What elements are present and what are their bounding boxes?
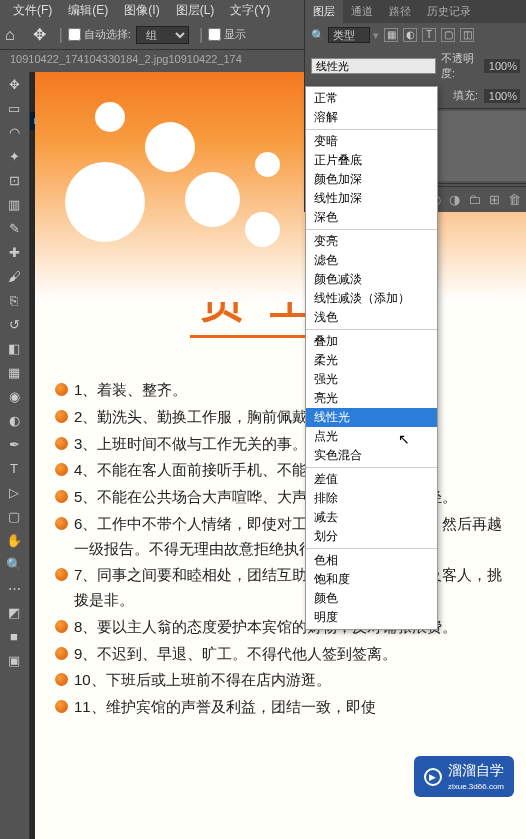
blend-mode-item[interactable]: 差值 bbox=[306, 470, 437, 489]
show-checkbox[interactable]: 显示 bbox=[208, 27, 246, 42]
blend-mode-item[interactable]: 柔光 bbox=[306, 351, 437, 370]
pen-tool[interactable]: ✒ bbox=[0, 432, 28, 456]
opacity-value[interactable] bbox=[484, 59, 520, 73]
menu-edit[interactable]: 编辑(E) bbox=[60, 2, 116, 18]
zoom-tool[interactable]: 🔍 bbox=[0, 552, 28, 576]
blend-mode-item[interactable]: 颜色 bbox=[306, 589, 437, 608]
blend-mode-item[interactable]: 浅色 bbox=[306, 308, 437, 327]
blend-mode-item[interactable]: 叠加 bbox=[306, 332, 437, 351]
blend-mode-item[interactable]: 线性加深 bbox=[306, 189, 437, 208]
filter-adjust-icon[interactable]: ◐ bbox=[403, 28, 417, 42]
list-item: 8、要以主人翁的态度爱护本宾馆的财物，反对铺张浪费。 bbox=[55, 615, 506, 640]
type-tool[interactable]: T bbox=[0, 456, 28, 480]
list-item: 6、工作中不带个人情绪，即使对工作有不满，先执行，然后再越一级报告。不得无理由故… bbox=[55, 512, 506, 562]
list-item: 5、不能在公共场合大声喧哗、大声笑、动作轻，说话轻。 bbox=[55, 485, 506, 510]
foreground-color[interactable]: ■ bbox=[0, 624, 28, 648]
filter-smart-icon[interactable]: ◫ bbox=[460, 28, 474, 42]
watermark-url: zixue.3d66.com bbox=[448, 782, 504, 791]
blend-mode-item[interactable]: 溶解 bbox=[306, 108, 437, 127]
marquee-tool[interactable]: ▭ bbox=[0, 96, 28, 120]
blend-mode-item[interactable]: 强光 bbox=[306, 370, 437, 389]
quick-mask[interactable]: ▣ bbox=[0, 648, 28, 672]
layer-filter-type[interactable] bbox=[328, 27, 370, 43]
list-item: 4、不能在客人面前接听手机、不能吃口香糖和零食。 bbox=[55, 458, 506, 483]
clone-tool[interactable]: ⎘ bbox=[0, 288, 28, 312]
blend-mode-select[interactable] bbox=[311, 58, 436, 74]
blend-mode-item[interactable]: 色相 bbox=[306, 551, 437, 570]
play-icon: ▶ bbox=[424, 768, 442, 786]
path-tool[interactable]: ▷ bbox=[0, 480, 28, 504]
blend-mode-item[interactable]: 划分 bbox=[306, 527, 437, 546]
blend-mode-item[interactable]: 颜色加深 bbox=[306, 170, 437, 189]
filter-shape-icon[interactable]: ▢ bbox=[441, 28, 455, 42]
dodge-tool[interactable]: ◐ bbox=[0, 408, 28, 432]
gradient-tool[interactable]: ▦ bbox=[0, 360, 28, 384]
list-item: 9、不迟到、早退、旷工。不得代他人签到签离。 bbox=[55, 642, 506, 667]
list-item: 10、下班后或上班前不得在店内游逛。 bbox=[55, 668, 506, 693]
move-tool-icon[interactable]: ✥ bbox=[33, 25, 46, 44]
brush-tool[interactable]: 🖌 bbox=[0, 264, 28, 288]
opacity-label: 不透明度: bbox=[441, 51, 484, 81]
blend-mode-dropdown: 正常 溶解 变暗 正片叠底 颜色加深 线性加深 深色 变亮 滤色 颜色减淡 线性… bbox=[305, 86, 438, 630]
menu-file[interactable]: 文件(F) bbox=[5, 2, 60, 18]
fill-label: 填充: bbox=[453, 88, 478, 103]
list-item: 11、维护宾馆的声誉及利益，团结一致，即使 bbox=[55, 695, 506, 720]
blend-mode-item[interactable]: 减去 bbox=[306, 508, 437, 527]
blend-mode-item[interactable]: 滤色 bbox=[306, 251, 437, 270]
menu-type[interactable]: 文字(Y) bbox=[222, 2, 278, 18]
blend-mode-item[interactable]: 亮光 bbox=[306, 389, 437, 408]
tab-channels[interactable]: 通道 bbox=[343, 0, 381, 23]
shape-tool[interactable]: ▢ bbox=[0, 504, 28, 528]
list-item: 3、上班时间不做与工作无关的事。 bbox=[55, 432, 506, 457]
home-icon[interactable]: ⌂ bbox=[5, 26, 15, 44]
blend-mode-item[interactable]: 变亮 bbox=[306, 232, 437, 251]
layer-group-icon[interactable]: 🗀 bbox=[468, 192, 481, 207]
blend-mode-item[interactable]: 明度 bbox=[306, 608, 437, 627]
list-item: 2、勤洗头、勤换工作服，胸前佩戴工作牌。 bbox=[55, 405, 506, 430]
blend-mode-item[interactable]: 变暗 bbox=[306, 132, 437, 151]
blur-tool[interactable]: ◉ bbox=[0, 384, 28, 408]
crop-tool[interactable]: ⊡ bbox=[0, 168, 28, 192]
tools-panel: ✥ ▭ ◠ ✦ ⊡ ▥ ✎ ✚ 🖌 ⎘ ↺ ◧ ▦ ◉ ◐ ✒ T ▷ ▢ ✋ … bbox=[0, 72, 30, 839]
panel-tabs: 图层 通道 路径 历史记录 bbox=[305, 0, 526, 23]
eraser-tool[interactable]: ◧ bbox=[0, 336, 28, 360]
fill-value[interactable] bbox=[484, 89, 520, 103]
blend-mode-item[interactable]: 正片叠底 bbox=[306, 151, 437, 170]
move-tool[interactable]: ✥ bbox=[0, 72, 28, 96]
color-swap[interactable]: ◩ bbox=[0, 600, 28, 624]
blend-mode-item[interactable]: 实色混合 bbox=[306, 446, 437, 465]
rules-list: 1、着装、整齐。 2、勤洗头、勤换工作服，胸前佩戴工作牌。 3、上班时间不做与工… bbox=[35, 338, 526, 732]
tab-paths[interactable]: 路径 bbox=[381, 0, 419, 23]
menu-image[interactable]: 图像(I) bbox=[116, 2, 167, 18]
blend-mode-item[interactable]: 线性减淡（添加） bbox=[306, 289, 437, 308]
lasso-tool[interactable]: ◠ bbox=[0, 120, 28, 144]
delete-layer-icon[interactable]: 🗑 bbox=[508, 192, 521, 207]
tab-history[interactable]: 历史记录 bbox=[419, 0, 479, 23]
auto-select-type[interactable]: 组 bbox=[136, 26, 189, 44]
frame-tool[interactable]: ▥ bbox=[0, 192, 28, 216]
blend-mode-item[interactable]: 颜色减淡 bbox=[306, 270, 437, 289]
document-tab[interactable]: 10910422_174104330184_2.jpg10910422_174 bbox=[10, 53, 242, 65]
history-brush-tool[interactable]: ↺ bbox=[0, 312, 28, 336]
cursor-icon: ↖ bbox=[398, 431, 410, 447]
blend-mode-item[interactable]: 深色 bbox=[306, 208, 437, 227]
watermark: ▶ 溜溜自学 zixue.3d66.com bbox=[414, 756, 514, 797]
adjustment-layer-icon[interactable]: ◑ bbox=[449, 192, 460, 207]
menu-layer[interactable]: 图层(L) bbox=[168, 2, 223, 18]
hand-tool[interactable]: ✋ bbox=[0, 528, 28, 552]
blend-mode-item[interactable]: 饱和度 bbox=[306, 570, 437, 589]
filter-type-icon[interactable]: T bbox=[422, 28, 436, 42]
blend-mode-item[interactable]: 正常 bbox=[306, 89, 437, 108]
heal-tool[interactable]: ✚ bbox=[0, 240, 28, 264]
tab-layers[interactable]: 图层 bbox=[305, 0, 343, 23]
eyedropper-tool[interactable]: ✎ bbox=[0, 216, 28, 240]
blend-mode-item[interactable]: 排除 bbox=[306, 489, 437, 508]
filter-pixel-icon[interactable]: ▦ bbox=[384, 28, 398, 42]
auto-select-checkbox[interactable]: 自动选择: bbox=[68, 27, 131, 42]
blend-mode-item-active[interactable]: 线性光 bbox=[306, 408, 437, 427]
blend-mode-item[interactable]: 点光 bbox=[306, 427, 437, 446]
edit-toolbar[interactable]: ⋯ bbox=[0, 576, 28, 600]
new-layer-icon[interactable]: ⊞ bbox=[489, 192, 500, 207]
wand-tool[interactable]: ✦ bbox=[0, 144, 28, 168]
list-item: 7、同事之间要和睦相处，团结互助，不背后议论别人及客人，挑拨是非。 bbox=[55, 563, 506, 613]
